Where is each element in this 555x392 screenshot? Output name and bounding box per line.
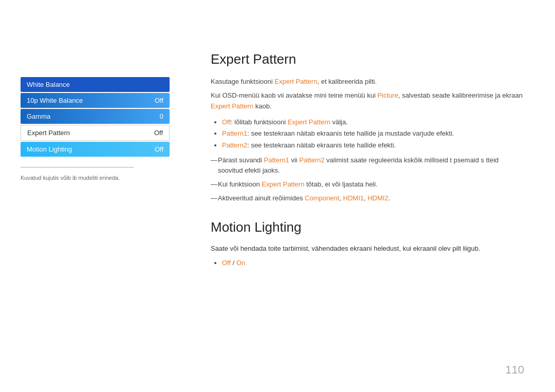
footnote: Kuvatud kujutis võib ib mudeliti erineda…	[21, 175, 170, 181]
menu-item-expert-pattern[interactable]: Expert Pattern Off	[21, 125, 170, 141]
note3: Aktiveeritud ainult reõiimides Component…	[211, 193, 524, 204]
expert-pattern-section: Expert Pattern Kasutage funktsiooni Expe…	[211, 51, 524, 204]
motion-lighting-bullets: Off / On	[222, 257, 524, 269]
menu-item-motion-lighting[interactable]: Motion Lighting Off	[21, 142, 170, 157]
bullet-pattern1: Pattern1: see testekraan näitab ekraanis…	[222, 128, 524, 139]
pattern1-label: Pattern1	[222, 129, 247, 137]
note-pattern2: Pattern2	[299, 156, 324, 164]
bullet-off: Off: lõlitab funktsiooni Expert Pattern …	[222, 117, 524, 128]
note2: Kui funktsioon Expert Pattern tõtab, ei …	[211, 179, 524, 190]
menu-item-white-balance[interactable]: White Balance	[21, 77, 170, 92]
expert-pattern-title: Expert Pattern	[211, 51, 524, 67]
menu-item-10p-white-balance[interactable]: 10p White Balance Off	[21, 93, 170, 108]
menu-label-gamma: Gamma	[27, 113, 50, 120]
pattern2-label: Pattern2	[222, 141, 247, 149]
note1: Pärast suvandi Pattern1 vii Pattern2 val…	[211, 155, 524, 177]
motion-off-on: Off / On	[222, 257, 524, 269]
motion-on-label: On	[236, 259, 245, 267]
expert-pattern-link3: Expert Pattern	[288, 118, 330, 126]
menu-label-white-balance: White Balance	[27, 81, 70, 88]
note-pattern1: Pattern1	[264, 156, 289, 164]
page-container: White Balance 10p White Balance Off Gamm…	[0, 0, 555, 392]
bullet-pattern2: Pattern2: see testekraan näitab ekraanis…	[222, 140, 524, 151]
hdmi2-label: HDMI2	[367, 194, 388, 202]
off-label: Off	[222, 118, 231, 126]
note-expert-pattern: Expert Pattern	[262, 180, 304, 188]
picture-link: Picture	[377, 91, 398, 99]
menu-list: White Balance 10p White Balance Off Gamm…	[21, 77, 170, 158]
left-panel: White Balance 10p White Balance Off Gamm…	[21, 21, 170, 371]
right-panel: Expert Pattern Kasutage funktsiooni Expe…	[200, 21, 524, 371]
expert-pattern-para2: Kui OSD-menüü kaob vii avatakse mini tei…	[211, 90, 524, 112]
menu-label-expert-pattern: Expert Pattern	[27, 129, 70, 137]
motion-lighting-section: Motion Lighting Saate või hendada toite …	[211, 219, 524, 269]
page-number: 110	[505, 363, 524, 377]
menu-item-gamma[interactable]: Gamma 0	[21, 109, 170, 124]
menu-value-expert-pattern: Off	[154, 129, 163, 137]
divider	[21, 167, 134, 167]
menu-label-motion-lighting: Motion Lighting	[27, 145, 72, 153]
expert-pattern-link1: Expert Pattern	[274, 78, 317, 85]
expert-pattern-para1: Kasutage funktsiooni Expert Pattern, et …	[211, 77, 524, 87]
hdmi1-label: HDMI1	[343, 194, 364, 202]
expert-pattern-link2: Expert Pattern	[211, 102, 253, 110]
motion-off-label: Off	[222, 259, 231, 267]
component-label: Component	[305, 194, 339, 202]
menu-value-10p-white-balance: Off	[155, 97, 163, 104]
motion-lighting-title: Motion Lighting	[211, 219, 524, 235]
expert-pattern-bullets: Off: lõlitab funktsiooni Expert Pattern …	[222, 117, 524, 151]
menu-label-10p-white-balance: 10p White Balance	[27, 97, 83, 104]
menu-value-motion-lighting: Off	[155, 145, 163, 153]
menu-value-gamma: 0	[160, 113, 163, 120]
motion-lighting-para1: Saate või hendada toite tarbimist, vähen…	[211, 245, 524, 252]
